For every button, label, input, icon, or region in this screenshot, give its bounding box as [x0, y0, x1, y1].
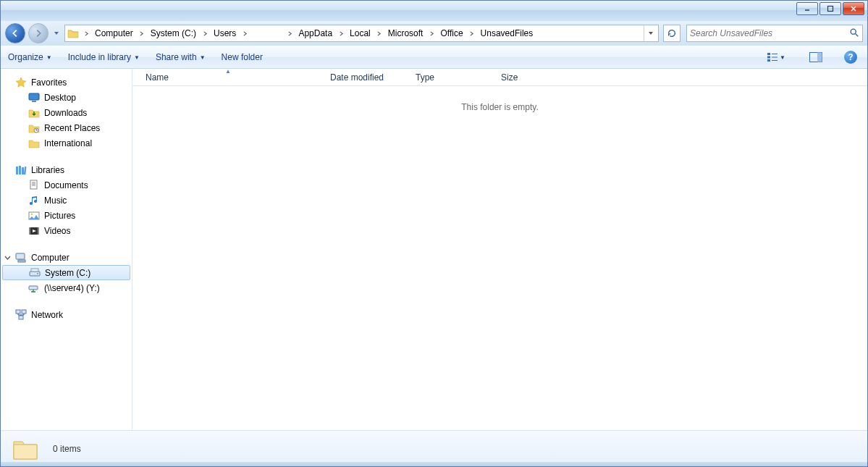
- back-button[interactable]: [5, 23, 25, 43]
- share-with-menu[interactable]: Share with▼: [156, 52, 206, 62]
- chevron-right-icon[interactable]: [200, 25, 210, 41]
- item-count: 0 items: [53, 444, 81, 454]
- title-bar: [1, 1, 867, 21]
- breadcrumb-microsoft[interactable]: Microsoft: [384, 25, 427, 41]
- breadcrumb-computer[interactable]: Computer: [91, 25, 137, 41]
- sidebar-item-downloads[interactable]: Downloads: [1, 105, 132, 120]
- star-icon: [15, 77, 27, 88]
- search-icon[interactable]: [849, 28, 859, 40]
- column-header-type[interactable]: Type: [410, 69, 495, 85]
- sidebar-item-network-drive-y[interactable]: (\\server4) (Y:): [1, 280, 132, 295]
- chevron-right-icon[interactable]: [137, 25, 147, 41]
- column-header-size[interactable]: Size: [495, 69, 553, 85]
- address-bar[interactable]: Computer System (C:) Users AppData Local…: [64, 25, 659, 42]
- view-options-button[interactable]: ▼: [762, 49, 791, 66]
- maximize-button[interactable]: [819, 2, 841, 15]
- sidebar-item-videos[interactable]: Videos: [1, 223, 132, 238]
- sidebar-item-pictures[interactable]: Pictures: [1, 208, 132, 223]
- breadcrumb-unsavedfiles[interactable]: UnsavedFiles: [477, 25, 537, 41]
- help-button[interactable]: ?: [841, 49, 860, 66]
- svg-rect-13: [817, 53, 822, 62]
- breadcrumb-local[interactable]: Local: [346, 25, 374, 41]
- svg-rect-8: [767, 59, 770, 62]
- minimize-button[interactable]: [796, 2, 818, 15]
- nav-history-dropdown[interactable]: [51, 23, 62, 43]
- breadcrumb-user[interactable]: [250, 25, 285, 41]
- share-label: Share with: [156, 52, 197, 62]
- pictures-icon: [28, 210, 40, 222]
- refresh-button[interactable]: [663, 25, 681, 42]
- svg-rect-14: [29, 93, 39, 100]
- forward-button[interactable]: [28, 23, 49, 43]
- svg-rect-1: [828, 7, 833, 12]
- favorites-label: Favorites: [31, 77, 67, 88]
- organize-menu[interactable]: Organize▼: [8, 52, 52, 62]
- svg-rect-30: [16, 253, 25, 259]
- sidebar-item-libraries[interactable]: Libraries: [1, 162, 132, 177]
- sort-ascending-icon: ▲: [225, 68, 231, 75]
- breadcrumb-appdata[interactable]: AppData: [295, 25, 336, 41]
- search-input[interactable]: [690, 28, 849, 38]
- chevron-right-icon[interactable]: [285, 25, 295, 41]
- svg-rect-6: [767, 53, 770, 55]
- include-in-library-menu[interactable]: Include in library▼: [68, 52, 140, 62]
- svg-rect-19: [22, 167, 24, 174]
- command-bar: Organize▼ Include in library▼ Share with…: [1, 46, 867, 69]
- computer-icon: [15, 252, 27, 264]
- address-dropdown[interactable]: [644, 25, 657, 41]
- chevron-right-icon[interactable]: [426, 25, 437, 41]
- chevron-right-icon[interactable]: [81, 25, 91, 41]
- column-header-name[interactable]: Name ▲: [132, 69, 324, 85]
- chevron-right-icon[interactable]: [374, 25, 384, 41]
- sidebar-item-network[interactable]: Network: [1, 307, 132, 322]
- libraries-label: Libraries: [31, 165, 64, 175]
- breadcrumb-users[interactable]: Users: [210, 25, 240, 41]
- chevron-down-icon: ▼: [46, 54, 52, 61]
- svg-rect-35: [29, 286, 38, 290]
- sidebar-item-computer[interactable]: Computer: [1, 250, 132, 265]
- drive-icon: [29, 267, 41, 279]
- network-icon: [15, 309, 27, 321]
- window-controls: [796, 2, 864, 15]
- recent-icon: [28, 122, 40, 134]
- navigation-pane[interactable]: Favorites Desktop Downloads Recent Place…: [1, 69, 132, 430]
- explorer-window: Computer System (C:) Users AppData Local…: [0, 0, 868, 467]
- sidebar-item-label: Downloads: [44, 108, 87, 118]
- sidebar-item-label: Documents: [44, 180, 88, 190]
- music-icon: [28, 195, 40, 206]
- collapse-icon[interactable]: [4, 253, 12, 261]
- libraries-group: Libraries Documents Music Pictures Video…: [1, 162, 132, 238]
- svg-rect-34: [31, 269, 38, 272]
- sidebar-item-system-c[interactable]: System (C:): [2, 265, 130, 280]
- svg-rect-29: [38, 227, 39, 235]
- sidebar-item-desktop[interactable]: Desktop: [1, 90, 132, 105]
- sidebar-item-recent-places[interactable]: Recent Places: [1, 120, 132, 135]
- preview-pane-button[interactable]: [806, 49, 825, 66]
- sidebar-item-label: (\\server4) (Y:): [44, 283, 100, 293]
- breadcrumb-system-c[interactable]: System (C:): [147, 25, 200, 41]
- svg-rect-28: [29, 227, 30, 235]
- svg-rect-21: [30, 180, 37, 189]
- chevron-right-icon[interactable]: [240, 25, 250, 41]
- svg-rect-17: [16, 167, 18, 174]
- navigation-row: Computer System (C:) Users AppData Local…: [1, 21, 867, 46]
- chevron-right-icon[interactable]: [336, 25, 346, 41]
- search-box[interactable]: [686, 25, 863, 42]
- network-drive-icon: [28, 282, 40, 294]
- svg-rect-20: [24, 166, 27, 174]
- chevron-right-icon[interactable]: [467, 25, 477, 41]
- close-button[interactable]: [843, 2, 864, 15]
- sidebar-item-international[interactable]: International: [1, 135, 132, 151]
- sidebar-item-label: International: [44, 138, 92, 148]
- sidebar-item-music[interactable]: Music: [1, 193, 132, 208]
- sidebar-item-label: Videos: [44, 226, 70, 236]
- column-header-date[interactable]: Date modified: [324, 69, 410, 85]
- new-folder-button[interactable]: New folder: [222, 52, 263, 62]
- breadcrumb-office[interactable]: Office: [437, 25, 466, 41]
- videos-icon: [28, 225, 40, 237]
- svg-rect-18: [19, 166, 21, 174]
- sidebar-item-favorites[interactable]: Favorites: [1, 75, 132, 90]
- sidebar-item-documents[interactable]: Documents: [1, 177, 132, 193]
- column-label: Size: [501, 72, 518, 83]
- network-label: Network: [31, 310, 63, 320]
